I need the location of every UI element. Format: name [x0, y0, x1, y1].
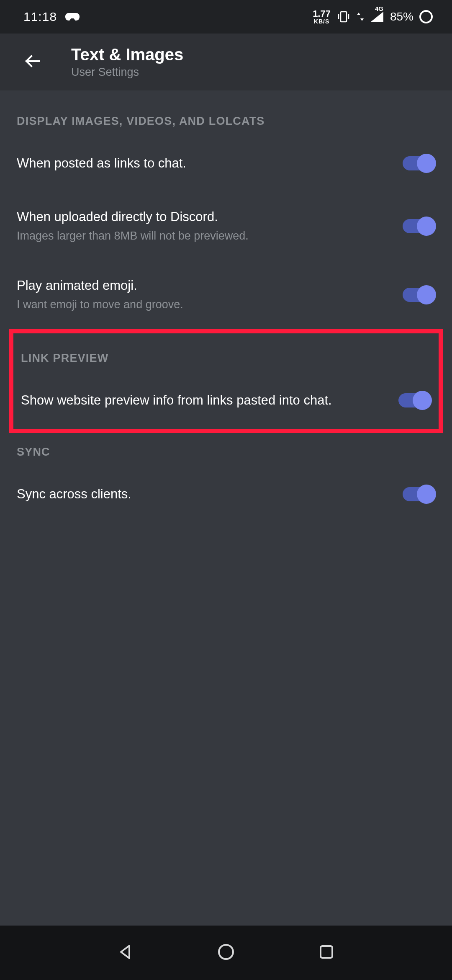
- setting-desc: I want emoji to move and groove.: [17, 298, 390, 311]
- back-button[interactable]: [18, 47, 47, 77]
- section-header-link-preview: LINK PREVIEW: [13, 333, 439, 372]
- svg-rect-4: [321, 946, 332, 958]
- status-left-group: 11:18: [23, 10, 80, 24]
- app-header: Text & Images User Settings: [0, 34, 452, 90]
- setting-text: When uploaded directly to Discord. Image…: [17, 209, 403, 242]
- svg-rect-0: [341, 12, 347, 22]
- setting-row-sync-clients[interactable]: Sync across clients.: [0, 466, 452, 523]
- data-arrows-icon: [357, 11, 364, 23]
- network-speed-value: 1.77: [313, 9, 331, 18]
- network-type-label: 4G: [375, 5, 383, 12]
- highlight-box-link-preview: LINK PREVIEW Show website preview info f…: [9, 329, 443, 433]
- setting-text: Show website preview info from links pas…: [21, 393, 398, 408]
- toggle-sync-clients[interactable]: [403, 484, 435, 505]
- page-title: Text & Images: [71, 45, 183, 64]
- toggle-thumb: [417, 154, 436, 173]
- toggle-thumb: [413, 391, 432, 410]
- toggle-thumb: [417, 217, 436, 236]
- toggle-thumb: [417, 285, 436, 304]
- setting-title: Show website preview info from links pas…: [21, 393, 386, 408]
- status-time: 11:18: [23, 10, 57, 24]
- section-header-sync: SYNC: [0, 433, 452, 466]
- svg-point-3: [219, 945, 233, 959]
- vibrate-icon: [336, 10, 351, 24]
- setting-text: When posted as links to chat.: [17, 156, 403, 171]
- network-speed-unit: KB/S: [314, 18, 329, 24]
- status-bar: 11:18 1.77 KB/S 4G: [0, 0, 452, 34]
- setting-row-website-preview[interactable]: Show website preview info from links pas…: [13, 372, 439, 429]
- triangle-back-icon: [117, 943, 134, 962]
- toggle-links-to-chat[interactable]: [403, 153, 435, 174]
- nav-recent-button[interactable]: [314, 940, 339, 965]
- battery-activity-ring-icon: [419, 10, 433, 23]
- toggle-uploaded-directly[interactable]: [403, 216, 435, 237]
- setting-desc: Images larger than 8MB will not be previ…: [17, 230, 390, 242]
- toggle-animated-emoji[interactable]: [403, 284, 435, 305]
- square-recent-icon: [318, 944, 335, 962]
- system-nav-bar: [0, 926, 452, 980]
- setting-row-uploaded-directly[interactable]: When uploaded directly to Discord. Image…: [0, 192, 452, 260]
- game-controller-icon: [65, 11, 80, 22]
- setting-title: When uploaded directly to Discord.: [17, 209, 390, 224]
- setting-row-links-to-chat[interactable]: When posted as links to chat.: [0, 135, 452, 192]
- network-speed: 1.77 KB/S: [313, 9, 331, 24]
- signal-4g-icon: 4G: [370, 11, 384, 23]
- nav-home-button[interactable]: [213, 940, 239, 965]
- toggle-website-preview[interactable]: [398, 390, 431, 411]
- battery-percent: 85%: [390, 10, 413, 23]
- setting-text: Play animated emoji. I want emoji to mov…: [17, 278, 403, 311]
- setting-title: Sync across clients.: [17, 487, 390, 502]
- setting-title: When posted as links to chat.: [17, 156, 390, 171]
- nav-back-button[interactable]: [113, 940, 138, 965]
- setting-row-animated-emoji[interactable]: Play animated emoji. I want emoji to mov…: [0, 260, 452, 329]
- section-header-display-images: DISPLAY IMAGES, VIDEOS, AND LOLCATS: [0, 90, 452, 135]
- setting-text: Sync across clients.: [17, 487, 403, 502]
- setting-title: Play animated emoji.: [17, 278, 390, 293]
- header-title-group: Text & Images User Settings: [71, 45, 183, 79]
- status-right-group: 1.77 KB/S 4G 85%: [313, 9, 433, 24]
- settings-content: DISPLAY IMAGES, VIDEOS, AND LOLCATS When…: [0, 90, 452, 523]
- toggle-thumb: [417, 485, 436, 504]
- circle-home-icon: [217, 943, 235, 963]
- arrow-left-icon: [22, 51, 42, 73]
- page-subtitle: User Settings: [71, 66, 183, 79]
